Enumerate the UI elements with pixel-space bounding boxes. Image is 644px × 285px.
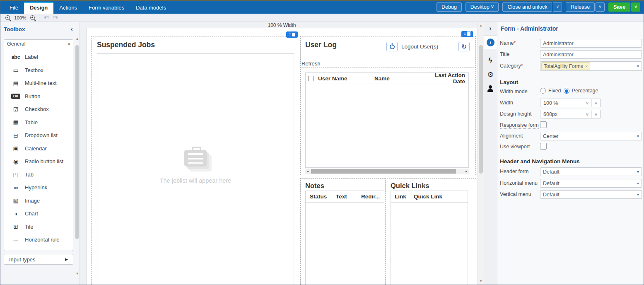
joblist-icon — [184, 150, 207, 167]
tab-file[interactable]: File — [4, 2, 24, 14]
toolbox-item-tile[interactable]: ⊞ Tile — [4, 220, 73, 234]
toolbox-category-select[interactable]: General ▾ — [4, 39, 73, 48]
zoom-in-icon[interactable] — [30, 15, 35, 20]
save-caret-button[interactable]: ˅ — [631, 2, 640, 12]
responsive-form-label: Responsive form — [500, 122, 539, 128]
toolbox-collapse-icon[interactable]: ‹ — [71, 26, 73, 32]
column-name: Name — [374, 75, 426, 82]
stepper-down-icon[interactable]: ˅ — [583, 99, 591, 107]
release-button[interactable]: Release — [566, 2, 595, 12]
toolbox-scrollbar-thumb[interactable] — [75, 45, 79, 239]
tab-actions[interactable]: Actions — [53, 2, 83, 14]
close-and-unlock-button[interactable]: Close and unlock — [502, 2, 552, 12]
input-types-section[interactable]: Input types ▶ — [4, 254, 73, 265]
toolbox-item-textbox[interactable]: ▭ Textbox — [4, 64, 73, 77]
scroll-up-icon[interactable]: ▲ — [478, 24, 484, 27]
chevron-down-icon: ▾ — [637, 169, 639, 174]
toolbox-item-calendar[interactable]: ▣ Calendar — [4, 142, 73, 155]
toolbox-item-image[interactable]: ▧ Image — [4, 194, 73, 208]
scroll-down-icon[interactable]: ▼ — [75, 272, 79, 275]
toolbox-category-value: General — [7, 41, 25, 47]
drag-handle-icon[interactable]: ⠿ — [289, 33, 291, 36]
tab-actions-events[interactable]: ϟ — [484, 53, 497, 68]
zoom-out-icon[interactable] — [5, 15, 10, 20]
user-log-table-cell[interactable]: User Name Name Last Action Date ◂ ▸ — [300, 69, 476, 175]
tab-data-models[interactable]: Data models — [130, 2, 172, 14]
properties-collapse-icon[interactable]: › — [484, 24, 497, 31]
category-combobox[interactable]: TotalAgility Forms × ▾ — [540, 61, 642, 71]
refresh-button[interactable]: ↻ — [458, 42, 470, 51]
alignment-select[interactable]: Center ▾ — [540, 132, 642, 140]
label-icon: abc — [11, 54, 20, 60]
tab-general-info[interactable]: i — [484, 35, 497, 49]
release-caret-button[interactable]: ˅ — [596, 2, 605, 12]
user-log-hscrollbar[interactable]: ◂ ▸ — [305, 169, 469, 174]
toolbox-item-multiline-text[interactable]: ▤ Multi-line text — [4, 77, 73, 90]
scroll-up-icon[interactable]: ▲ — [75, 37, 79, 41]
toolbox-item-label-control[interactable]: abc Label — [4, 51, 73, 64]
save-button[interactable]: Save — [608, 2, 630, 12]
vertical-menu-label: Vertical menu — [500, 191, 531, 197]
remove-tag-icon[interactable]: × — [585, 64, 588, 69]
toolbox-item-radio-button-list[interactable]: ◉ Radio button list — [4, 155, 73, 168]
user-log-table-header: User Name Name Last Action Date — [306, 73, 468, 84]
toolbox-item-dropdown-list[interactable]: ⊟ Dropdown list — [4, 129, 73, 142]
delete-icon[interactable] — [292, 33, 295, 36]
vertical-menu-select[interactable]: Default ▾ — [540, 190, 642, 199]
user-log-table: User Name Name Last Action Date — [305, 72, 469, 168]
logout-users-button[interactable] — [386, 42, 398, 51]
tab-form-variables[interactable]: Form variables — [83, 2, 130, 14]
stepper-up-icon[interactable]: ˄ — [591, 110, 600, 118]
scroll-left-icon[interactable]: ◂ — [305, 169, 310, 173]
horizontal-menu-select[interactable]: Default ▾ — [540, 179, 642, 188]
user-log-header-cell[interactable]: User Log Logout User(s) ↻ Refresh — [300, 36, 476, 68]
title-field[interactable]: Administrator — [540, 50, 642, 59]
quick-links-cell[interactable]: Quick Links Link Quick Link — [387, 178, 476, 285]
user-log-cell-badge: ⠿ — [461, 31, 473, 37]
toolbox-item-button[interactable]: OK Button — [4, 90, 73, 103]
fixed-radio[interactable] — [540, 88, 546, 94]
canvas-vscrollbar-thumb[interactable] — [479, 45, 483, 174]
toolbox-item-table[interactable]: ▦ Table — [4, 116, 73, 129]
close-and-unlock-caret-button[interactable]: ˅ — [553, 2, 562, 12]
percentage-radio[interactable] — [564, 88, 569, 94]
scroll-down-icon[interactable]: ▼ — [478, 279, 484, 283]
checkbox-icon: ☑ — [11, 106, 20, 113]
scroll-right-icon[interactable]: ▸ — [464, 169, 469, 173]
form-designer-window: File Design Actions Form variables Data … — [0, 0, 644, 285]
desktop-dropdown-button[interactable]: Desktop ˅ — [466, 2, 499, 12]
quick-links-title: Quick Links — [391, 182, 429, 190]
canvas-vscrollbar[interactable]: ▲ ▼ — [478, 22, 484, 285]
notes-table-header: Status Text Redir... — [306, 191, 384, 203]
stepper-down-icon[interactable]: ˅ — [583, 110, 591, 118]
suspended-jobs-cell[interactable]: Suspended Jobs The joblist will appear h… — [91, 36, 298, 285]
header-form-select[interactable]: Default ▾ — [540, 167, 642, 176]
column-last-action-date: Last Action Date — [426, 72, 465, 85]
toolbox-item-checkbox[interactable]: ☑ Checkbox — [4, 103, 73, 116]
tab-design[interactable]: Design — [24, 2, 53, 14]
toolbox-item-tab[interactable]: ◳ Tab — [4, 168, 73, 181]
undo-icon[interactable]: ↶ — [43, 15, 49, 20]
toolbox-item-chart[interactable]: ◑ Chart — [4, 207, 73, 220]
notes-cell[interactable]: Notes Status Text Redir... — [300, 178, 386, 285]
hscrollbar-thumb[interactable] — [311, 169, 456, 174]
use-viewport-checkbox[interactable] — [540, 143, 547, 150]
debug-button[interactable]: Debug — [437, 2, 462, 12]
multiline-text-icon: ▤ — [11, 80, 20, 87]
delete-icon[interactable] — [467, 32, 470, 36]
toolbox-item-hyperlink[interactable]: ∞ Hyperlink — [4, 181, 73, 194]
toolbox-item-horizontal-rule[interactable]: ― Horizontal rule — [4, 233, 73, 246]
width-stepper[interactable]: 100 % ˅ ˄ — [540, 99, 601, 107]
drag-handle-icon[interactable]: ⠿ — [464, 33, 466, 36]
name-label: Name* — [500, 40, 516, 46]
joblist-placeholder: The joblist will appear here — [97, 150, 294, 184]
stepper-up-icon[interactable]: ˄ — [591, 99, 600, 107]
menu-tabs: File Design Actions Form variables Data … — [0, 1, 172, 14]
design-height-stepper[interactable]: 600px ˅ ˄ — [540, 110, 601, 118]
redo-icon[interactable]: ↷ — [53, 15, 58, 20]
name-field[interactable]: Administrator — [540, 39, 642, 48]
tab-settings[interactable]: ⚙ — [484, 68, 497, 82]
tab-permissions[interactable] — [484, 82, 497, 96]
responsive-form-checkbox[interactable] — [540, 121, 547, 128]
joblist-control[interactable]: The joblist will appear here — [97, 53, 294, 285]
